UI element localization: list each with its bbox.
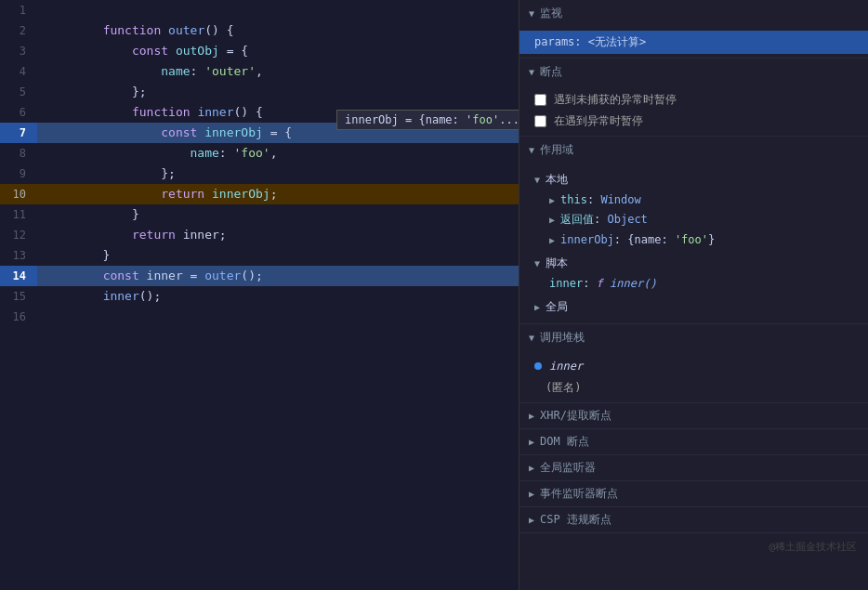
code-line-5: 5 }; xyxy=(0,82,519,102)
watch-section: ▼ 监视 params: <无法计算> xyxy=(519,0,868,59)
line-number-2: 2 xyxy=(0,20,37,41)
collapsed-sections: ▶XHR/提取断点▶DOM 断点▶全局监听器▶事件监听器断点▶CSP 违规断点 xyxy=(519,403,868,533)
collapsed-section-2[interactable]: ▶全局监听器 xyxy=(519,455,868,481)
code-panel: 12 function outer() {3 const outObj = {4… xyxy=(0,0,519,590)
code-line-13: 13 } xyxy=(0,245,519,266)
collapsed-label-0: XHR/提取断点 xyxy=(540,408,612,424)
collapsed-arrow-0: ▶ xyxy=(529,411,534,421)
line-number-1: 1 xyxy=(0,0,37,20)
collapsed-section-4[interactable]: ▶CSP 违规断点 xyxy=(519,507,868,533)
watermark: @稀土掘金技术社区 xyxy=(769,540,857,554)
line-code-16 xyxy=(37,307,519,327)
scope-global-header[interactable]: ▶ 全局 xyxy=(519,296,868,318)
scope-arrow: ▼ xyxy=(529,145,534,155)
scope-this: ▶ this: Window xyxy=(519,190,868,209)
code-table: 12 function outer() {3 const outObj = {4… xyxy=(0,0,519,327)
innerobj-arrow: ▶ xyxy=(549,235,560,245)
line-number-15: 15 xyxy=(0,286,37,307)
scope-local-header[interactable]: ▼ 本地 xyxy=(519,169,868,190)
scope-local-group: ▼ 本地 ▶ this: Window ▶ 返回值: Object ▶ inne… xyxy=(519,167,868,251)
breakpoints-content: 遇到未捕获的异常时暂停 在遇到异常时暂停 xyxy=(519,85,868,136)
scope-content: ▼ 本地 ▶ this: Window ▶ 返回值: Object ▶ inne… xyxy=(519,164,868,323)
collapsed-arrow-2: ▶ xyxy=(529,463,534,473)
local-arrow: ▼ xyxy=(534,175,540,185)
scope-global-group: ▶ 全局 xyxy=(519,295,868,320)
stack-item-anon[interactable]: (匿名) xyxy=(519,377,868,399)
code-line-12: 12 return inner; xyxy=(0,225,519,245)
stack-name-inner: inner xyxy=(549,360,583,373)
callstack-content: inner (匿名) xyxy=(519,351,868,402)
scope-innerobj: ▶ innerObj: {name: 'foo'} xyxy=(519,230,868,249)
code-line-16: 16 xyxy=(0,307,519,327)
line-number-12: 12 xyxy=(0,225,37,245)
collapsed-label-3: 事件监听器断点 xyxy=(540,486,618,502)
scope-script-label: 脚本 xyxy=(546,256,568,271)
line-code-1 xyxy=(37,0,519,20)
global-arrow: ▶ xyxy=(534,302,540,312)
breakpoints-header[interactable]: ▼ 断点 xyxy=(519,59,868,85)
watermark-container: @稀土掘金技术社区 xyxy=(519,533,868,561)
line-number-7: 7 xyxy=(0,123,37,143)
breakpoints-arrow: ▼ xyxy=(529,67,534,77)
watch-content: params: <无法计算> xyxy=(519,27,868,58)
bp-item-1[interactable]: 遇到未捕获的异常时暂停 xyxy=(519,89,868,111)
bp-label-2: 在遇到异常时暂停 xyxy=(554,113,643,129)
script-arrow: ▼ xyxy=(534,258,540,269)
code-line-11: 11 } xyxy=(0,204,519,225)
line-code-3: const outObj = { xyxy=(37,41,519,61)
collapsed-section-1[interactable]: ▶DOM 断点 xyxy=(519,429,868,455)
scope-header[interactable]: ▼ 作用域 xyxy=(519,137,868,164)
scope-inner-fn: inner: f inner() xyxy=(519,274,868,293)
scope-section: ▼ 作用域 ▼ 本地 ▶ this: Window ▶ 返回值: Object … xyxy=(519,137,868,324)
scope-script-header[interactable]: ▼ 脚本 xyxy=(519,253,868,274)
line-code-4: name: 'outer', xyxy=(37,61,519,82)
scope-script-group: ▼ 脚本 inner: f inner() xyxy=(519,251,868,295)
variable-tooltip: innerObj = {name: 'foo'...} xyxy=(336,110,519,130)
scope-global-label: 全局 xyxy=(546,299,568,315)
bp-label-1: 遇到未捕获的异常时暂停 xyxy=(554,92,677,108)
line-number-6: 6 xyxy=(0,102,37,123)
callstack-header[interactable]: ▼ 调用堆栈 xyxy=(519,324,868,351)
stack-dot xyxy=(534,362,542,370)
breakpoints-label: 断点 xyxy=(540,64,562,80)
line-number-3: 3 xyxy=(0,41,37,61)
collapsed-label-2: 全局监听器 xyxy=(540,460,596,476)
bp-checkbox-2[interactable] xyxy=(534,115,546,127)
line-code-10: return innerObj; xyxy=(37,184,519,204)
return-arrow: ▶ xyxy=(549,215,560,225)
code-line-8: 8 name: 'foo', xyxy=(0,143,519,164)
line-code-14: const inner = outer(); xyxy=(37,266,519,286)
watch-arrow: ▼ xyxy=(529,8,534,19)
scope-return: ▶ 返回值: Object xyxy=(519,209,868,230)
code-line-1: 1 xyxy=(0,0,519,20)
line-number-8: 8 xyxy=(0,143,37,164)
code-line-15: 15 inner(); xyxy=(0,286,519,307)
bp-checkbox-1[interactable] xyxy=(534,94,546,106)
collapsed-arrow-4: ▶ xyxy=(529,515,534,525)
scope-label: 作用域 xyxy=(540,142,573,158)
bp-item-2[interactable]: 在遇到异常时暂停 xyxy=(519,111,868,132)
collapsed-section-0[interactable]: ▶XHR/提取断点 xyxy=(519,403,868,429)
callstack-section: ▼ 调用堆栈 inner (匿名) xyxy=(519,324,868,403)
callstack-arrow: ▼ xyxy=(529,333,534,343)
watch-label: 监视 xyxy=(540,6,562,21)
line-number-5: 5 xyxy=(0,82,37,102)
code-line-3: 3 const outObj = { xyxy=(0,41,519,61)
debug-panel[interactable]: ▼ 监视 params: <无法计算> ▼ 断点 遇到未捕获的异常时暂停 在遇到… xyxy=(519,0,868,590)
line-code-11: } xyxy=(37,204,519,225)
collapsed-label-1: DOM 断点 xyxy=(540,434,589,450)
collapsed-label-4: CSP 违规断点 xyxy=(540,512,612,528)
code-line-14: 14 const inner = outer(); xyxy=(0,266,519,286)
line-number-10: 10 xyxy=(0,184,37,204)
line-code-2: function outer() { xyxy=(37,20,519,41)
line-number-4: 4 xyxy=(0,61,37,82)
collapsed-section-3[interactable]: ▶事件监听器断点 xyxy=(519,481,868,507)
watch-header[interactable]: ▼ 监视 xyxy=(519,0,868,27)
scope-local-label: 本地 xyxy=(546,172,568,188)
line-code-12: return inner; xyxy=(37,225,519,245)
code-line-10: 10 return innerObj; xyxy=(0,184,519,204)
code-line-9: 9 }; xyxy=(0,164,519,184)
line-code-13: } xyxy=(37,245,519,266)
watch-item[interactable]: params: <无法计算> xyxy=(519,31,868,54)
stack-item-inner[interactable]: inner xyxy=(519,355,868,377)
